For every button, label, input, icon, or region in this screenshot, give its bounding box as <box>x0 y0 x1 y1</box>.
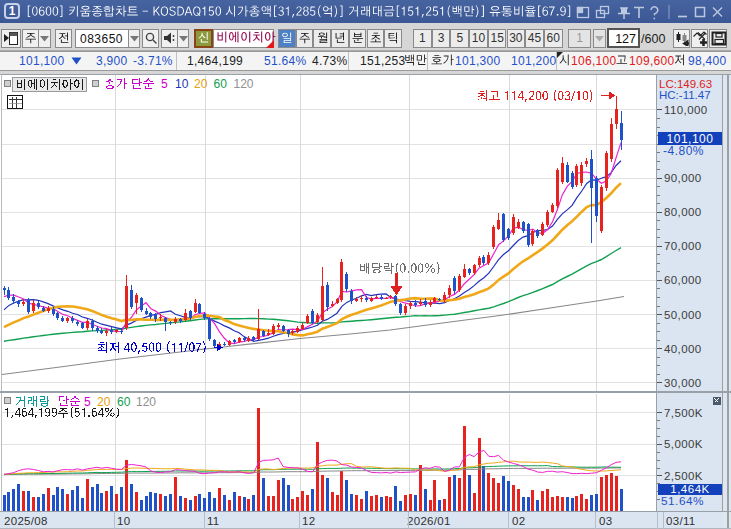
svg-text:2026/01: 2026/01 <box>407 515 451 527</box>
svg-text:50,000: 50,000 <box>664 309 702 321</box>
svg-text:HC:-11.47: HC:-11.47 <box>659 89 711 101</box>
svg-text:10: 10 <box>175 77 189 91</box>
svg-text:20: 20 <box>194 77 208 91</box>
svg-text:110,000: 110,000 <box>664 104 708 116</box>
svg-text:11: 11 <box>207 515 220 527</box>
svg-text:02: 02 <box>512 515 525 527</box>
svg-text:LC:149.63: LC:149.63 <box>659 78 712 90</box>
svg-text:40,000: 40,000 <box>664 343 702 355</box>
svg-text:03/11: 03/11 <box>666 515 695 527</box>
svg-text:1,464K: 1,464K <box>670 483 709 495</box>
svg-text:120: 120 <box>136 395 156 409</box>
svg-text:5: 5 <box>161 77 168 91</box>
svg-text:30,000: 30,000 <box>664 377 702 389</box>
svg-text:70,000: 70,000 <box>664 240 702 252</box>
svg-text:20: 20 <box>97 395 111 409</box>
svg-text:5,000K: 5,000K <box>664 438 703 450</box>
svg-text:90,000: 90,000 <box>664 172 702 184</box>
svg-text:-4.80%: -4.80% <box>663 144 704 158</box>
svg-text:12: 12 <box>302 515 315 527</box>
svg-text:80,000: 80,000 <box>664 206 702 218</box>
svg-text:7,500K: 7,500K <box>664 407 703 419</box>
svg-text:51.64%: 51.64% <box>661 494 704 508</box>
svg-text:5: 5 <box>84 395 91 409</box>
svg-text:10: 10 <box>117 515 130 527</box>
svg-text:120: 120 <box>234 77 254 91</box>
svg-text:2025/08: 2025/08 <box>4 515 48 527</box>
svg-text:60: 60 <box>214 77 228 91</box>
svg-text:60: 60 <box>117 395 131 409</box>
svg-text:2,500K: 2,500K <box>664 470 703 482</box>
svg-text:60,000: 60,000 <box>664 274 702 286</box>
svg-text:03: 03 <box>599 515 612 527</box>
